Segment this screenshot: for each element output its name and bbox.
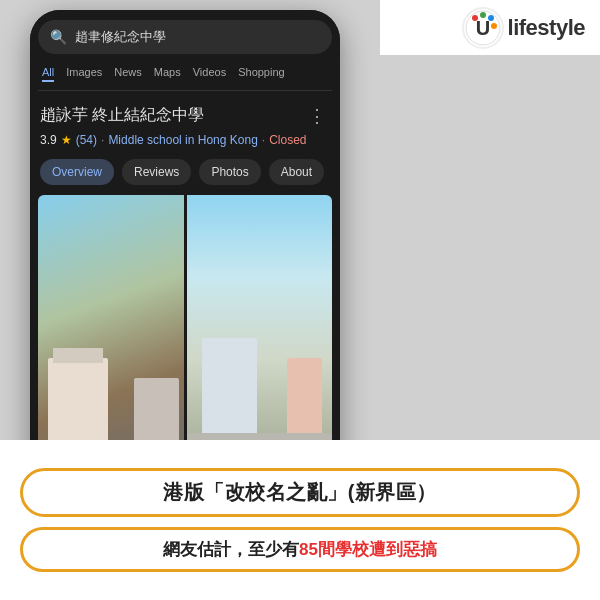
tab-bar: All Images News Maps Videos Shopping: [38, 64, 332, 91]
tab-maps[interactable]: Maps: [154, 64, 181, 82]
dot-separator2: ·: [262, 133, 265, 147]
tab-shopping[interactable]: Shopping: [238, 64, 285, 82]
photos-area: [38, 195, 332, 468]
search-bar[interactable]: 🔍 趙聿修紀念中學: [38, 20, 332, 54]
star-icon: ★: [61, 133, 72, 147]
building-shape-left2: [134, 378, 179, 448]
svg-text:U: U: [475, 17, 489, 39]
action-buttons-row: Overview Reviews Photos About: [38, 155, 332, 195]
headline-text: 港版「改校名之亂」(新界區）: [163, 481, 437, 503]
building-shape-left: [48, 358, 108, 448]
logo-u-icon: U: [462, 7, 504, 49]
review-count: (54): [76, 133, 97, 147]
building-shape-right: [202, 338, 257, 438]
search-query: 趙聿修紀念中學: [75, 28, 320, 46]
photos-button[interactable]: Photos: [199, 159, 260, 185]
school-metadata: 3.9 ★ (54) · Middle school in Hong Kong …: [38, 131, 332, 155]
overview-button[interactable]: Overview: [40, 159, 114, 185]
school-status: Closed: [269, 133, 306, 147]
school-type: Middle school in Hong Kong: [108, 133, 257, 147]
search-icon: 🔍: [50, 29, 67, 45]
svg-point-3: [480, 12, 486, 18]
rating-number: 3.9: [40, 133, 57, 147]
tab-videos[interactable]: Videos: [193, 64, 226, 82]
headline-box: 港版「改校名之亂」(新界區）: [20, 468, 580, 517]
school-title-row: 趙詠芋 終止結紀念中學 ⋮: [38, 101, 332, 131]
svg-point-2: [472, 15, 478, 21]
bottom-content-area: 港版「改校名之亂」(新界區） 網友估計，至少有85間學校遭到惡搞: [0, 440, 600, 600]
top-logo-bar: U lifestyle: [380, 0, 600, 55]
tab-images[interactable]: Images: [66, 64, 102, 82]
more-options-icon[interactable]: ⋮: [308, 105, 326, 127]
main-container: U lifestyle 🔍 趙聿修紀念中學 All Images News: [0, 0, 600, 600]
building-shape-right2: [287, 358, 322, 438]
subline-text: 網友估計，至少有85間學校遭到惡搞: [163, 540, 437, 559]
reviews-button[interactable]: Reviews: [122, 159, 191, 185]
svg-point-4: [488, 15, 494, 21]
svg-point-5: [491, 23, 497, 29]
photo-left[interactable]: [38, 195, 184, 468]
subline-prefix: 網友估計，至少有: [163, 540, 299, 559]
dot-separator: ·: [101, 133, 104, 147]
tab-all[interactable]: All: [42, 64, 54, 82]
school-name: 趙詠芋 終止結紀念中學: [40, 105, 308, 126]
about-button[interactable]: About: [269, 159, 324, 185]
tab-news[interactable]: News: [114, 64, 142, 82]
photo-right[interactable]: [187, 195, 333, 468]
subline-highlight: 85間學校遭到惡搞: [299, 540, 437, 559]
subline-box: 網友估計，至少有85間學校遭到惡搞: [20, 527, 580, 572]
logo-text: lifestyle: [508, 15, 585, 41]
